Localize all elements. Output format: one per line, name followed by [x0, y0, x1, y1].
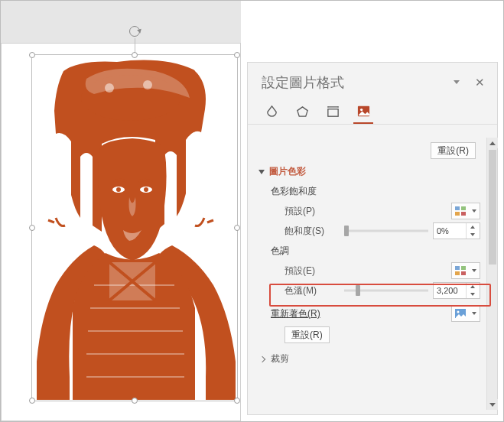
- saturation-slider[interactable]: [344, 226, 428, 236]
- temperature-spinner[interactable]: [433, 282, 480, 299]
- tab-size-icon[interactable]: [323, 102, 343, 124]
- spinner-down-icon[interactable]: [467, 231, 478, 239]
- saturation-spinner[interactable]: [433, 222, 480, 239]
- svg-rect-14: [455, 212, 460, 216]
- format-picture-panel: 設定圖片格式 ✕ 重設(R) 圖片色彩 色彩飽和度 預設(P) 飽和度(S): [247, 62, 498, 415]
- svg-rect-18: [455, 271, 460, 275]
- panel-close-icon[interactable]: ✕: [475, 76, 485, 89]
- tab-fill-icon[interactable]: [262, 102, 281, 124]
- saturation-preset-label: 預設(P): [285, 205, 340, 218]
- panel-title: 設定圖片格式: [262, 73, 454, 92]
- temperature-label: 色溫(M): [285, 284, 340, 297]
- spinner-up-icon[interactable]: [467, 223, 478, 231]
- rotation-handle[interactable]: [129, 26, 140, 37]
- svg-marker-8: [297, 106, 307, 115]
- resize-handle-nw[interactable]: [29, 52, 35, 58]
- resize-handle-e[interactable]: [234, 225, 240, 231]
- picture-icon: [454, 307, 467, 320]
- tone-preset-dropdown[interactable]: [451, 262, 480, 279]
- section-label: 裁剪: [271, 352, 289, 365]
- temperature-input[interactable]: [434, 286, 466, 295]
- svg-rect-16: [455, 266, 460, 270]
- spinner-up-icon[interactable]: [467, 283, 478, 291]
- recolor-dropdown[interactable]: [451, 305, 480, 322]
- selection-box: [31, 54, 238, 401]
- resize-handle-w[interactable]: [29, 225, 35, 231]
- preset-gallery-icon: [454, 265, 467, 277]
- resize-handle-ne[interactable]: [234, 52, 240, 58]
- saturation-label: 飽和度(S): [285, 225, 340, 238]
- section-crop[interactable]: 裁剪: [254, 345, 480, 368]
- slide-canvas: [1, 1, 241, 422]
- section-label: 圖片色彩: [269, 165, 306, 178]
- spinner-down-icon[interactable]: [467, 291, 478, 298]
- chevron-right-icon: [259, 355, 265, 362]
- svg-point-11: [359, 108, 362, 110]
- panel-tabs: [248, 99, 497, 125]
- resize-handle-se[interactable]: [234, 398, 240, 404]
- tone-preset-label: 預設(E): [285, 265, 340, 278]
- preset-gallery-icon: [454, 205, 467, 217]
- reset-color-button[interactable]: 重設(R): [285, 326, 330, 343]
- resize-handle-n[interactable]: [132, 52, 138, 58]
- chevron-down-icon: [472, 269, 476, 272]
- scroll-up-icon[interactable]: [487, 138, 498, 148]
- svg-point-21: [457, 311, 460, 313]
- saturation-preset-dropdown[interactable]: [451, 203, 480, 219]
- panel-scrollbar[interactable]: [486, 138, 497, 410]
- reset-top-button[interactable]: 重設(R): [431, 142, 476, 159]
- panel-menu-icon[interactable]: [454, 80, 461, 85]
- scroll-down-icon[interactable]: [487, 399, 498, 410]
- chevron-down-icon: [259, 170, 265, 174]
- resize-handle-sw[interactable]: [29, 398, 35, 404]
- panel-body: 重設(R) 圖片色彩 色彩飽和度 預設(P) 飽和度(S) 色調 預設(E: [248, 138, 486, 410]
- svg-rect-9: [327, 109, 337, 116]
- chevron-down-icon: [472, 312, 476, 315]
- svg-rect-15: [461, 212, 466, 216]
- scroll-thumb[interactable]: [489, 150, 496, 265]
- saturation-input[interactable]: [434, 226, 466, 235]
- svg-rect-19: [461, 271, 466, 275]
- svg-rect-12: [455, 206, 460, 210]
- svg-rect-17: [461, 266, 466, 270]
- reset-top-label: 重設(R): [437, 144, 469, 157]
- chevron-down-icon: [472, 209, 476, 213]
- temperature-slider[interactable]: [344, 285, 428, 296]
- svg-rect-13: [461, 206, 466, 210]
- saturation-heading: 色彩飽和度: [271, 185, 317, 198]
- recolor-label: 重新著色(R): [271, 307, 320, 320]
- tone-heading: 色調: [271, 245, 289, 258]
- reset-color-label: 重設(R): [291, 329, 323, 342]
- tab-picture-icon[interactable]: [353, 102, 373, 124]
- resize-handle-s[interactable]: [132, 398, 138, 404]
- section-picture-color[interactable]: 圖片色彩: [254, 161, 480, 181]
- rotation-connector: [135, 38, 135, 54]
- tab-effects-icon[interactable]: [292, 102, 312, 124]
